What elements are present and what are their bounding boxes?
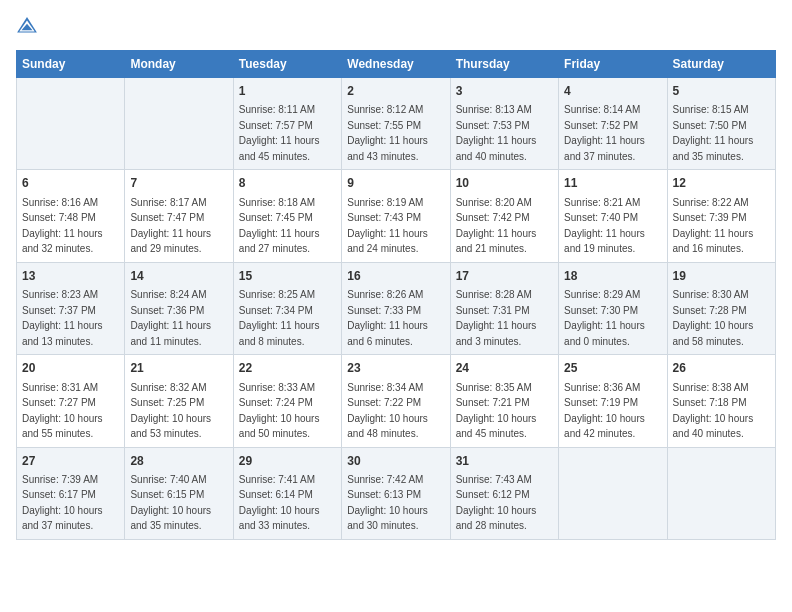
day-detail: Sunrise: 8:28 AM Sunset: 7:31 PM Dayligh… — [456, 289, 537, 347]
calendar-body: 1Sunrise: 8:11 AM Sunset: 7:57 PM Daylig… — [17, 78, 776, 540]
day-detail: Sunrise: 8:30 AM Sunset: 7:28 PM Dayligh… — [673, 289, 754, 347]
day-number: 23 — [347, 360, 444, 377]
day-number: 13 — [22, 268, 119, 285]
day-cell: 20Sunrise: 8:31 AM Sunset: 7:27 PM Dayli… — [17, 355, 125, 447]
day-number: 31 — [456, 453, 553, 470]
day-cell: 13Sunrise: 8:23 AM Sunset: 7:37 PM Dayli… — [17, 262, 125, 354]
day-detail: Sunrise: 8:38 AM Sunset: 7:18 PM Dayligh… — [673, 382, 754, 440]
day-cell: 15Sunrise: 8:25 AM Sunset: 7:34 PM Dayli… — [233, 262, 341, 354]
day-cell — [559, 447, 667, 539]
day-detail: Sunrise: 8:15 AM Sunset: 7:50 PM Dayligh… — [673, 104, 754, 162]
header-col-thursday: Thursday — [450, 51, 558, 78]
header-col-wednesday: Wednesday — [342, 51, 450, 78]
day-number: 27 — [22, 453, 119, 470]
day-number: 5 — [673, 83, 770, 100]
day-detail: Sunrise: 7:40 AM Sunset: 6:15 PM Dayligh… — [130, 474, 211, 532]
day-number: 9 — [347, 175, 444, 192]
day-cell: 29Sunrise: 7:41 AM Sunset: 6:14 PM Dayli… — [233, 447, 341, 539]
day-detail: Sunrise: 8:12 AM Sunset: 7:55 PM Dayligh… — [347, 104, 428, 162]
day-cell: 27Sunrise: 7:39 AM Sunset: 6:17 PM Dayli… — [17, 447, 125, 539]
day-detail: Sunrise: 8:26 AM Sunset: 7:33 PM Dayligh… — [347, 289, 428, 347]
day-cell: 11Sunrise: 8:21 AM Sunset: 7:40 PM Dayli… — [559, 170, 667, 262]
week-row-2: 6Sunrise: 8:16 AM Sunset: 7:48 PM Daylig… — [17, 170, 776, 262]
day-cell: 6Sunrise: 8:16 AM Sunset: 7:48 PM Daylig… — [17, 170, 125, 262]
header-col-saturday: Saturday — [667, 51, 775, 78]
day-number: 24 — [456, 360, 553, 377]
day-detail: Sunrise: 8:20 AM Sunset: 7:42 PM Dayligh… — [456, 197, 537, 255]
day-number: 22 — [239, 360, 336, 377]
day-cell: 25Sunrise: 8:36 AM Sunset: 7:19 PM Dayli… — [559, 355, 667, 447]
day-detail: Sunrise: 8:24 AM Sunset: 7:36 PM Dayligh… — [130, 289, 211, 347]
day-detail: Sunrise: 8:18 AM Sunset: 7:45 PM Dayligh… — [239, 197, 320, 255]
week-row-4: 20Sunrise: 8:31 AM Sunset: 7:27 PM Dayli… — [17, 355, 776, 447]
day-detail: Sunrise: 8:22 AM Sunset: 7:39 PM Dayligh… — [673, 197, 754, 255]
day-cell: 2Sunrise: 8:12 AM Sunset: 7:55 PM Daylig… — [342, 78, 450, 170]
day-detail: Sunrise: 7:42 AM Sunset: 6:13 PM Dayligh… — [347, 474, 428, 532]
day-number: 16 — [347, 268, 444, 285]
day-cell — [667, 447, 775, 539]
week-row-1: 1Sunrise: 8:11 AM Sunset: 7:57 PM Daylig… — [17, 78, 776, 170]
header-col-friday: Friday — [559, 51, 667, 78]
day-number: 25 — [564, 360, 661, 377]
day-detail: Sunrise: 7:43 AM Sunset: 6:12 PM Dayligh… — [456, 474, 537, 532]
day-number: 6 — [22, 175, 119, 192]
day-number: 14 — [130, 268, 227, 285]
header-col-monday: Monday — [125, 51, 233, 78]
day-detail: Sunrise: 8:17 AM Sunset: 7:47 PM Dayligh… — [130, 197, 211, 255]
day-cell: 5Sunrise: 8:15 AM Sunset: 7:50 PM Daylig… — [667, 78, 775, 170]
day-number: 26 — [673, 360, 770, 377]
day-cell: 19Sunrise: 8:30 AM Sunset: 7:28 PM Dayli… — [667, 262, 775, 354]
day-number: 12 — [673, 175, 770, 192]
header-col-sunday: Sunday — [17, 51, 125, 78]
day-number: 21 — [130, 360, 227, 377]
day-cell: 30Sunrise: 7:42 AM Sunset: 6:13 PM Dayli… — [342, 447, 450, 539]
day-cell: 1Sunrise: 8:11 AM Sunset: 7:57 PM Daylig… — [233, 78, 341, 170]
day-number: 17 — [456, 268, 553, 285]
day-detail: Sunrise: 8:33 AM Sunset: 7:24 PM Dayligh… — [239, 382, 320, 440]
day-number: 10 — [456, 175, 553, 192]
calendar-header: SundayMondayTuesdayWednesdayThursdayFrid… — [17, 51, 776, 78]
day-cell: 12Sunrise: 8:22 AM Sunset: 7:39 PM Dayli… — [667, 170, 775, 262]
day-number: 4 — [564, 83, 661, 100]
header-row: SundayMondayTuesdayWednesdayThursdayFrid… — [17, 51, 776, 78]
day-number: 18 — [564, 268, 661, 285]
day-number: 3 — [456, 83, 553, 100]
day-cell: 28Sunrise: 7:40 AM Sunset: 6:15 PM Dayli… — [125, 447, 233, 539]
day-cell: 26Sunrise: 8:38 AM Sunset: 7:18 PM Dayli… — [667, 355, 775, 447]
day-number: 7 — [130, 175, 227, 192]
page-header — [16, 16, 776, 38]
day-cell: 16Sunrise: 8:26 AM Sunset: 7:33 PM Dayli… — [342, 262, 450, 354]
day-number: 28 — [130, 453, 227, 470]
day-number: 2 — [347, 83, 444, 100]
logo — [16, 16, 42, 38]
day-cell: 4Sunrise: 8:14 AM Sunset: 7:52 PM Daylig… — [559, 78, 667, 170]
day-detail: Sunrise: 7:39 AM Sunset: 6:17 PM Dayligh… — [22, 474, 103, 532]
day-detail: Sunrise: 8:36 AM Sunset: 7:19 PM Dayligh… — [564, 382, 645, 440]
day-detail: Sunrise: 8:14 AM Sunset: 7:52 PM Dayligh… — [564, 104, 645, 162]
header-col-tuesday: Tuesday — [233, 51, 341, 78]
day-cell: 8Sunrise: 8:18 AM Sunset: 7:45 PM Daylig… — [233, 170, 341, 262]
day-cell: 3Sunrise: 8:13 AM Sunset: 7:53 PM Daylig… — [450, 78, 558, 170]
day-cell: 21Sunrise: 8:32 AM Sunset: 7:25 PM Dayli… — [125, 355, 233, 447]
day-cell: 22Sunrise: 8:33 AM Sunset: 7:24 PM Dayli… — [233, 355, 341, 447]
day-cell — [17, 78, 125, 170]
day-cell: 14Sunrise: 8:24 AM Sunset: 7:36 PM Dayli… — [125, 262, 233, 354]
day-detail: Sunrise: 8:13 AM Sunset: 7:53 PM Dayligh… — [456, 104, 537, 162]
day-cell: 23Sunrise: 8:34 AM Sunset: 7:22 PM Dayli… — [342, 355, 450, 447]
week-row-3: 13Sunrise: 8:23 AM Sunset: 7:37 PM Dayli… — [17, 262, 776, 354]
day-detail: Sunrise: 8:16 AM Sunset: 7:48 PM Dayligh… — [22, 197, 103, 255]
day-cell: 10Sunrise: 8:20 AM Sunset: 7:42 PM Dayli… — [450, 170, 558, 262]
day-detail: Sunrise: 8:31 AM Sunset: 7:27 PM Dayligh… — [22, 382, 103, 440]
day-number: 30 — [347, 453, 444, 470]
day-detail: Sunrise: 8:11 AM Sunset: 7:57 PM Dayligh… — [239, 104, 320, 162]
day-cell: 7Sunrise: 8:17 AM Sunset: 7:47 PM Daylig… — [125, 170, 233, 262]
day-detail: Sunrise: 8:21 AM Sunset: 7:40 PM Dayligh… — [564, 197, 645, 255]
day-number: 29 — [239, 453, 336, 470]
day-detail: Sunrise: 8:19 AM Sunset: 7:43 PM Dayligh… — [347, 197, 428, 255]
day-detail: Sunrise: 8:23 AM Sunset: 7:37 PM Dayligh… — [22, 289, 103, 347]
day-number: 19 — [673, 268, 770, 285]
day-cell: 17Sunrise: 8:28 AM Sunset: 7:31 PM Dayli… — [450, 262, 558, 354]
day-number: 1 — [239, 83, 336, 100]
day-number: 15 — [239, 268, 336, 285]
day-detail: Sunrise: 8:29 AM Sunset: 7:30 PM Dayligh… — [564, 289, 645, 347]
